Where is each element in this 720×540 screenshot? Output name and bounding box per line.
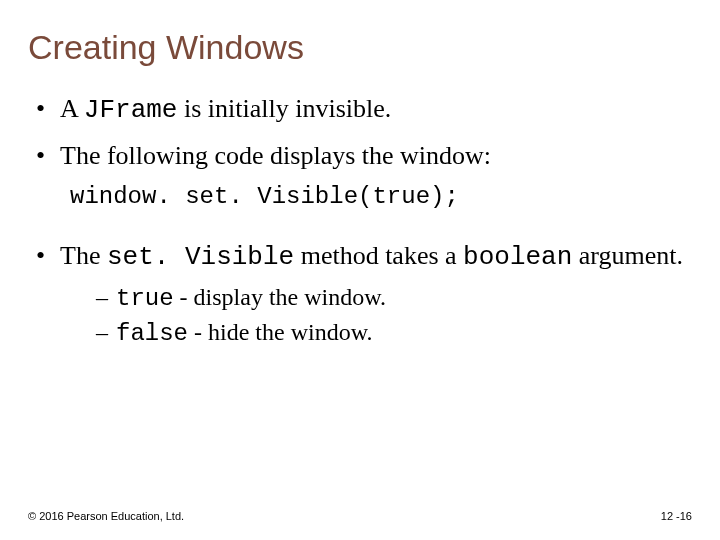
sub-list: true - display the window. false - hide … bbox=[96, 281, 692, 350]
slide-title: Creating Windows bbox=[28, 28, 692, 67]
bullet-3-code1: set. Visible bbox=[107, 242, 294, 272]
sub-1: true - display the window. bbox=[96, 281, 692, 316]
sub-1-post: - display the window. bbox=[174, 284, 386, 310]
bullet-3-post: argument. bbox=[572, 241, 683, 270]
footer-copyright: © 2016 Pearson Education, Ltd. bbox=[28, 510, 184, 522]
bullet-1-post: is initially invisible. bbox=[177, 94, 391, 123]
sub-2: false - hide the window. bbox=[96, 316, 692, 351]
bullet-1: A JFrame is initially invisible. bbox=[36, 91, 692, 128]
sub-1-code: true bbox=[116, 285, 174, 312]
bullet-2: The following code displays the window: bbox=[36, 138, 692, 173]
slide: Creating Windows A JFrame is initially i… bbox=[0, 0, 720, 540]
bullet-list: A JFrame is initially invisible. The fol… bbox=[36, 91, 692, 173]
bullet-1-code: JFrame bbox=[84, 95, 178, 125]
bullet-3: The set. Visible method takes a boolean … bbox=[36, 238, 692, 350]
bullet-3-mid: method takes a bbox=[294, 241, 463, 270]
code-line: window. set. Visible(true); bbox=[70, 183, 692, 210]
sub-2-code: false bbox=[116, 320, 188, 347]
bullet-1-pre: A bbox=[60, 94, 84, 123]
footer-page-number: 12 -16 bbox=[661, 510, 692, 522]
sub-2-post: - hide the window. bbox=[188, 319, 372, 345]
bullet-3-code2: boolean bbox=[463, 242, 572, 272]
bullet-list-2: The set. Visible method takes a boolean … bbox=[36, 238, 692, 350]
bullet-3-pre: The bbox=[60, 241, 107, 270]
